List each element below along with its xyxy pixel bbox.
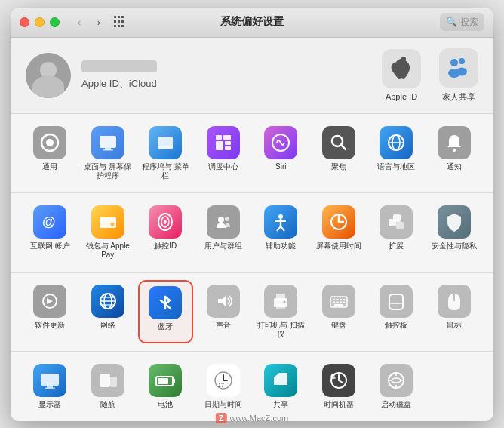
svg-rect-74 xyxy=(158,378,168,384)
icon-item-desktop[interactable]: 桌面与 屏幕保护程序 xyxy=(81,122,136,185)
svg-point-31 xyxy=(218,217,224,223)
svg-rect-62 xyxy=(343,301,345,303)
icon-box-desktop xyxy=(91,126,124,159)
svg-point-2 xyxy=(459,58,465,64)
icon-item-mission[interactable]: 调度中心 xyxy=(196,122,251,185)
icon-item-battery[interactable]: 电池 xyxy=(138,359,193,414)
icon-item-touchid[interactable]: 触控ID xyxy=(138,201,193,264)
family-icon xyxy=(439,48,478,88)
icon-item-empty[interactable] xyxy=(427,359,482,414)
icon-item-accessibility[interactable]: 辅助功能 xyxy=(254,201,309,264)
icon-item-wallet[interactable]: 钱包与 Apple Pay xyxy=(81,201,136,264)
traffic-lights xyxy=(20,17,60,27)
profile-sub: Apple ID、iCloud xyxy=(81,77,157,91)
svg-rect-61 xyxy=(340,301,342,303)
profile-right: Apple ID 家人共享 xyxy=(382,48,478,103)
icon-box-security xyxy=(438,205,471,239)
preferences-window: ‹ › 系统偏好设置 🔍 搜索 Apple ID、iCloud xyxy=(11,8,493,421)
svg-rect-67 xyxy=(41,374,59,386)
icon-box-mouse xyxy=(438,285,471,318)
icon-item-sound[interactable]: 声音 xyxy=(196,280,251,343)
svg-rect-64 xyxy=(389,294,403,309)
icon-item-trackpad[interactable]: 触控板 xyxy=(369,280,424,343)
icon-item-bluetooth[interactable]: 蓝牙 xyxy=(138,280,193,343)
icon-label-timemachine: 时间机器 xyxy=(324,400,354,409)
svg-rect-12 xyxy=(216,135,222,140)
icon-item-screentime[interactable]: 屏幕使用时间 xyxy=(312,201,367,264)
icon-item-language[interactable]: 语言与地区 xyxy=(369,122,424,185)
svg-rect-56 xyxy=(336,299,338,300)
icon-item-timemachine[interactable]: 时间机器 xyxy=(312,359,367,414)
icon-item-keyboard[interactable]: 键盘 xyxy=(312,280,367,343)
icon-item-software[interactable]: 软件更新 xyxy=(23,280,78,343)
icon-label-printers: 打印机与 扫描仪 xyxy=(257,321,306,339)
svg-rect-70 xyxy=(100,374,110,387)
icon-label-bluetooth: 蓝牙 xyxy=(158,322,173,331)
svg-point-27 xyxy=(110,222,114,226)
svg-rect-59 xyxy=(333,301,335,303)
grid-section-4: 显示器随航电池17日期与时间共享时间机器启动磁盘 xyxy=(11,352,493,421)
svg-rect-60 xyxy=(336,301,338,303)
forward-button[interactable]: › xyxy=(91,14,106,29)
icon-item-datetime[interactable]: 17日期与时间 xyxy=(196,359,251,414)
search-placeholder: 搜索 xyxy=(460,16,478,29)
svg-point-4 xyxy=(456,67,467,75)
icon-label-datetime: 日期与时间 xyxy=(204,400,242,409)
icon-item-spotlight[interactable]: 聚焦 xyxy=(312,122,367,185)
icon-label-users: 用户与群组 xyxy=(204,242,242,251)
icon-item-network[interactable]: 网络 xyxy=(81,280,136,343)
minimize-button[interactable] xyxy=(35,17,45,27)
icon-item-users[interactable]: 用户与群组 xyxy=(196,201,251,264)
grid-icon[interactable] xyxy=(114,16,126,28)
icon-item-displays[interactable]: 显示器 xyxy=(23,359,78,414)
icon-label-startup: 启动磁盘 xyxy=(381,400,411,409)
icon-item-general[interactable]: 通用 xyxy=(23,122,78,185)
icon-label-general: 通用 xyxy=(42,162,57,171)
icon-item-notifications[interactable]: 通知 xyxy=(427,122,482,185)
svg-rect-55 xyxy=(333,299,335,300)
icon-box-handoff xyxy=(91,364,124,397)
svg-rect-71 xyxy=(110,377,117,387)
svg-rect-51 xyxy=(276,304,285,309)
apple-id-icon-item[interactable]: Apple ID xyxy=(382,49,421,101)
icon-box-trackpad xyxy=(380,285,413,318)
icon-box-accessibility xyxy=(264,205,297,239)
icon-item-handoff[interactable]: 随航 xyxy=(81,359,136,414)
icon-label-security: 安全性与隐私 xyxy=(432,242,477,251)
svg-point-23 xyxy=(453,149,456,152)
close-button[interactable] xyxy=(20,17,29,27)
search-icon: 🔍 xyxy=(446,17,457,27)
icon-item-internet[interactable]: @互联网 帐户 xyxy=(23,201,78,264)
icon-item-sharing[interactable]: 共享 xyxy=(254,359,309,414)
icon-box-spotlight xyxy=(322,126,355,159)
svg-point-81 xyxy=(392,378,401,383)
icon-item-printers[interactable]: 打印机与 扫描仪 xyxy=(254,280,309,343)
icon-label-spotlight: 聚焦 xyxy=(331,162,346,171)
svg-line-37 xyxy=(281,226,284,231)
icon-grid-3: 软件更新网络蓝牙声音打印机与 扫描仪键盘触控板鼠标 xyxy=(23,280,481,343)
icon-item-startup[interactable]: 启动磁盘 xyxy=(369,359,424,414)
icon-item-dock[interactable]: 程序坞与 菜单栏 xyxy=(138,122,193,185)
icon-box-bluetooth xyxy=(149,286,182,319)
icon-item-mouse[interactable]: 鼠标 xyxy=(427,280,482,343)
svg-text:17: 17 xyxy=(218,383,224,388)
profile-section: Apple ID、iCloud Apple ID xyxy=(11,38,493,114)
icon-item-extensions[interactable]: 扩展 xyxy=(369,201,424,264)
icon-label-notifications: 通知 xyxy=(447,162,462,171)
icon-box-startup xyxy=(380,364,413,397)
maximize-button[interactable] xyxy=(50,17,60,27)
icon-item-security[interactable]: 安全性与隐私 xyxy=(427,201,482,264)
icon-item-siri[interactable]: Siri xyxy=(254,122,309,185)
icon-box-general xyxy=(33,126,66,159)
back-button[interactable]: ‹ xyxy=(72,14,87,29)
svg-point-1 xyxy=(450,59,458,66)
icon-label-keyboard: 键盘 xyxy=(331,321,346,330)
family-sharing-icon-item[interactable]: 家人共享 xyxy=(439,48,478,103)
icon-label-mouse: 鼠标 xyxy=(447,321,462,330)
icon-box-datetime: 17 xyxy=(207,364,240,397)
icon-label-touchid: 触控ID xyxy=(154,242,177,251)
search-box[interactable]: 🔍 搜索 xyxy=(440,13,484,31)
icon-label-sound: 声音 xyxy=(216,321,231,330)
avatar[interactable] xyxy=(26,53,71,98)
svg-rect-41 xyxy=(396,222,404,229)
